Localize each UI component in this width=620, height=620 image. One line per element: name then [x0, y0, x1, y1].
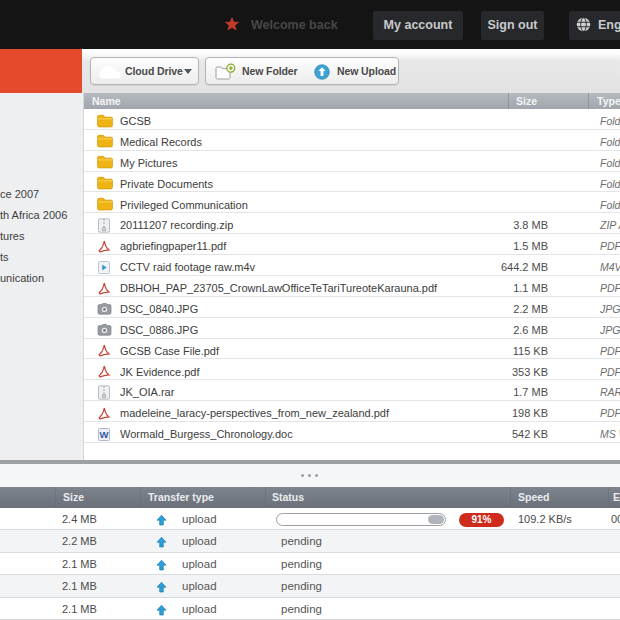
svg-text:W: W — [100, 429, 109, 440]
